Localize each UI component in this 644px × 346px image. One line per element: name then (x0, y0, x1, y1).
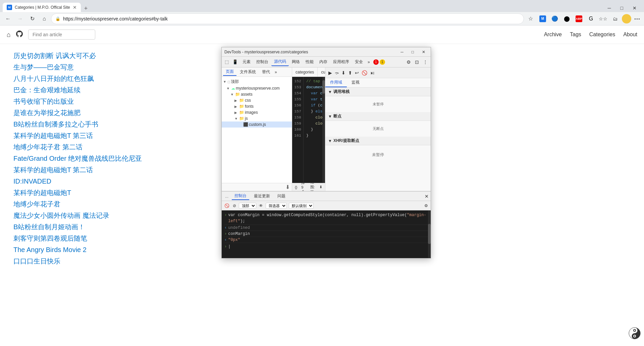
maximize-button[interactable]: □ (616, 4, 628, 12)
devtools-security-tab[interactable]: 安全 (352, 58, 366, 66)
new-tab-button[interactable]: + (81, 5, 91, 11)
profile-btn[interactable] (622, 14, 631, 23)
extension-btn-1[interactable]: M (537, 13, 548, 24)
devtools-left-panel: 页面 文件系统 替代 » ▼ □ 顶部 ▼ ☁ mysteriouspreser… (222, 67, 292, 191)
breakpoints-header[interactable]: ▼ 断点 (325, 112, 431, 121)
debug-deactivate-btn[interactable]: 🚫 (361, 69, 368, 76)
tab-title: Categories | M.P.O. Offical Site (15, 5, 70, 10)
console-tab-recent[interactable]: 最近更新 (251, 193, 273, 200)
archive-link[interactable]: Archive (544, 32, 562, 38)
tree-item-js[interactable]: ▼ 📁 js (222, 115, 292, 121)
debug-step-out-btn[interactable]: ⬆ (347, 69, 353, 76)
code-editor: 152 153 154 155 156 157 158 159 160 161 … (292, 77, 325, 183)
devtools-mobile-btn[interactable]: 📱 (231, 58, 239, 65)
console-settings-btn[interactable]: ⚙ (424, 203, 429, 209)
console-level-select[interactable]: 默认级别 (289, 203, 314, 209)
devtools-elements-tab[interactable]: 元素 (240, 58, 253, 66)
devtools-console-tab-btn[interactable]: 控制台 (254, 58, 271, 66)
search-input[interactable] (28, 30, 95, 40)
code-line-156: if (cDom == tDom || cDom.contains(tDom))… (306, 102, 322, 108)
devtools-performance-tab[interactable]: 性能 (303, 58, 316, 66)
forward-button[interactable]: → (15, 13, 25, 24)
bookmark-btn[interactable]: ☆☆ (598, 13, 608, 24)
devtools-more-tools-btn[interactable]: » (366, 59, 372, 65)
console-context-select[interactable]: 顶部 (239, 203, 256, 209)
debug-tab-watch[interactable]: 监视 (347, 78, 364, 87)
tree-item-domain[interactable]: ▼ ☁ mysteriouspreserve.com (222, 85, 292, 91)
code-tab-customcss[interactable]: custom.css (318, 67, 325, 77)
left-tab-more[interactable]: » (273, 69, 278, 75)
debugger-toolbar: ▶ ⤼ ⬇ ⬆ ↩ 🚫 ⏯ (325, 67, 431, 78)
console-close-btn[interactable]: ✕ (425, 194, 429, 199)
console-prompt-line[interactable]: › | (224, 244, 428, 250)
more-options-button[interactable]: ⋯ (633, 14, 641, 24)
collections-btn[interactable]: 🗂 (610, 13, 621, 24)
extension-btn-2[interactable]: 🔵 (549, 13, 560, 24)
file-tree-expand-btn[interactable]: ⬇ (222, 183, 292, 191)
home-button[interactable]: ⌂ (39, 13, 50, 24)
xhr-header[interactable]: ▼ XHR/提取断点 (325, 137, 431, 145)
devtools-sources-tab[interactable]: 源代码 (271, 58, 289, 66)
address-bar[interactable]: 🔒 https://mysteriouspreserve.com/categor… (51, 13, 524, 24)
console-more-btn[interactable]: ... (224, 193, 230, 199)
tree-item-top[interactable]: ▼ □ 顶部 (222, 78, 292, 85)
tree-item-fonts[interactable]: ▶ 📁 fonts (222, 103, 292, 109)
debug-step-over-btn[interactable]: ⤼ (334, 69, 340, 76)
abp-btn[interactable]: ABP (574, 13, 584, 24)
left-tabs-row: 页面 文件系统 替代 » (222, 67, 292, 77)
tags-link[interactable]: Tags (570, 32, 581, 38)
tree-item-customjs[interactable]: ⬛ custom.js (222, 121, 292, 128)
call-stack-header[interactable]: ▼ 调用堆栈 (325, 88, 431, 96)
debug-pause-btn[interactable]: ⏯ (369, 69, 376, 76)
code-line-155: var tDom = event.target; (306, 96, 322, 102)
console-line-3: › conMargin (224, 231, 428, 237)
tree-item-assets[interactable]: ▼ 📁 assets (222, 91, 292, 97)
translate-btn[interactable]: G (586, 13, 596, 24)
left-tab-filesystem[interactable]: 文件系统 (237, 68, 259, 76)
devtools-settings-btn[interactable]: ⚙ (405, 58, 413, 66)
chrome-icon-btn[interactable]: ⬤ (561, 13, 572, 24)
tree-label-domain: mysteriouspreserve.com (236, 86, 280, 91)
devtools-dock-btn[interactable]: ⊡ (413, 58, 421, 66)
active-tab[interactable]: M Categories | M.P.O. Offical Site ✕ (3, 3, 81, 12)
console-eye-btn[interactable]: 👁 (258, 203, 264, 209)
bookmark-star-button[interactable]: ☆ (525, 13, 536, 24)
debug-step-into-btn[interactable]: ⬇ (340, 69, 346, 76)
close-browser-button[interactable]: ✕ (628, 4, 641, 12)
console-filter-select[interactable]: 筛选器 (266, 203, 287, 209)
github-link[interactable] (16, 31, 23, 39)
tree-item-images[interactable]: ▶ 📁 images (222, 109, 292, 115)
reload-button[interactable]: ↻ (27, 13, 38, 24)
devtools-inspect-btn[interactable]: ⬚ (223, 58, 230, 65)
tree-item-css[interactable]: ▶ 📁 css (222, 97, 292, 103)
home-nav-link[interactable]: ⌂ (7, 31, 11, 39)
console-tab-issues[interactable]: 问题 (275, 193, 288, 200)
debug-tab-scope[interactable]: 作用域 (325, 78, 347, 87)
devtools-memory-tab[interactable]: 内存 (317, 58, 330, 66)
status-download-btn[interactable]: ⬇ (319, 185, 322, 189)
minimize-button[interactable]: ─ (603, 4, 616, 12)
left-tab-overrides[interactable]: 替代 (259, 68, 273, 76)
devtools-console-panel: ... 控制台 最近更新 问题 ✕ 🚫 ⊘ 顶部 👁 筛选器 默认级别 ⚙ (222, 191, 431, 258)
console-tab-main[interactable]: 控制台 (232, 192, 249, 200)
about-link[interactable]: About (623, 32, 637, 38)
tab-close-btn[interactable]: ✕ (73, 5, 77, 10)
categories-link[interactable]: Categories (589, 32, 615, 38)
code-file-tabs: categories custom.css extension.css cust… (292, 67, 325, 77)
console-scrollbar[interactable] (428, 210, 431, 258)
left-tab-page[interactable]: 页面 (223, 68, 236, 76)
debug-resume-btn[interactable]: ▶ (327, 69, 333, 76)
console-no-log-btn[interactable]: ⊘ (232, 203, 237, 209)
code-tab-categories[interactable]: categories (292, 67, 318, 77)
svg-point-3 (634, 330, 635, 331)
code-scrollbar[interactable] (322, 77, 325, 183)
devtools-close-btn[interactable]: ✕ (419, 49, 428, 55)
debug-step-btn[interactable]: ↩ (354, 69, 360, 76)
devtools-more-options-btn[interactable]: ⋮ (421, 58, 429, 66)
back-button[interactable]: ← (3, 13, 13, 24)
console-clear-btn[interactable]: 🚫 (224, 203, 230, 209)
devtools-network-tab[interactable]: 网络 (289, 58, 303, 66)
devtools-restore-btn[interactable]: □ (409, 49, 417, 55)
devtools-minimize-btn[interactable]: ─ (398, 49, 406, 55)
devtools-application-tab[interactable]: 应用程序 (330, 58, 352, 66)
